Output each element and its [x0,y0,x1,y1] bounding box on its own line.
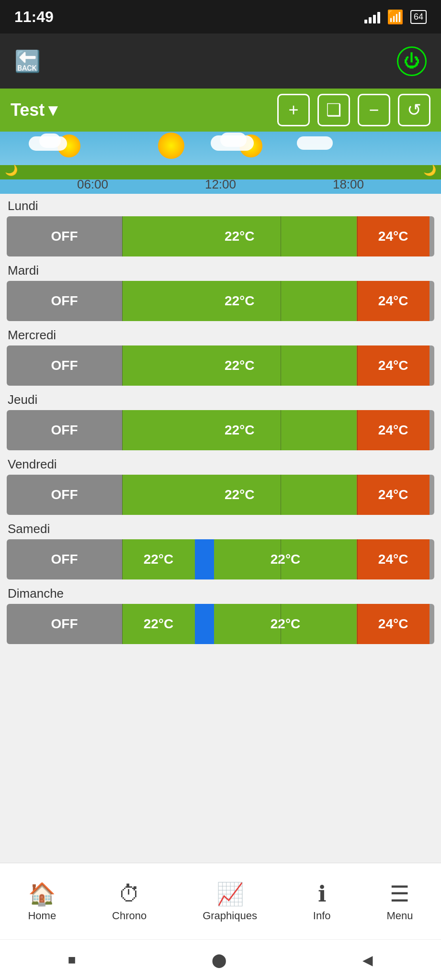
block-orange-vendredi[interactable]: 24°C [357,475,430,515]
block-green1-samedi[interactable]: 22°C [122,539,195,579]
day-blocks-samedi[interactable]: OFF 22°C 22°C 24°C [7,539,434,579]
block-orange-dimanche[interactable]: 24°C [357,604,430,644]
day-label-lundi: Lundi [7,199,434,213]
day-row-vendredi: Vendredi OFF 22°C 24°C [0,452,441,517]
day-label-vendredi: Vendredi [7,457,434,472]
copy-button[interactable]: ❑ [317,94,350,126]
android-circle-button[interactable]: ⬤ [212,952,226,968]
chrono-icon: ⏱ [118,881,140,907]
nav-item-info[interactable]: ℹ Info [305,876,339,927]
nav-label-info: Info [313,910,331,922]
day-row-mardi: Mardi OFF 22°C 24°C [0,258,441,323]
block-orange-jeudi[interactable]: 24°C [357,410,430,450]
signal-icon [364,10,380,23]
timeline-labels: 06:00 12:00 18:00 [0,177,441,192]
day-blocks-vendredi[interactable]: OFF 22°C 24°C [7,475,434,515]
timeline-header: 🌙 🌙 06:00 12:00 18:00 [0,132,441,194]
nav-item-menu[interactable]: ☰ Menu [378,876,421,927]
android-square-button[interactable]: ■ [68,952,76,968]
moon-left-icon: 🌙 [5,164,18,177]
block-tail-dimanche [430,604,434,644]
block-green-lundi[interactable]: 22°C [122,216,357,256]
block-green2-dimanche[interactable]: 22°C [214,604,357,644]
block-off-samedi[interactable]: OFF [7,539,122,579]
day-row-dimanche: Dimanche OFF 22°C 22°C 24°C [0,581,441,646]
block-green-mercredi[interactable]: 22°C [122,345,357,386]
status-time: 11:49 [14,8,54,26]
block-green-jeudi[interactable]: 22°C [122,410,357,450]
day-row-jeudi: Jeudi OFF 22°C 24°C [0,388,441,452]
day-row-mercredi: Mercredi OFF 22°C 24°C [0,323,441,388]
add-button[interactable]: + [277,94,310,126]
time-label-1: 06:00 [77,177,108,192]
nav-label-home: Home [28,910,56,922]
day-row-samedi: Samedi OFF 22°C 22°C 24°C [0,517,441,581]
nav-label-menu: Menu [386,910,413,922]
dropdown-icon: ▾ [48,100,57,120]
block-blue-samedi[interactable] [195,539,214,579]
day-blocks-jeudi[interactable]: OFF 22°C 24°C [7,410,434,450]
time-label-2: 12:00 [205,177,236,192]
nav-item-chrono[interactable]: ⏱ Chrono [103,876,155,927]
android-back-button[interactable]: ◀ [362,952,373,968]
block-tail-jeudi [430,410,434,450]
title-text: Test [11,100,45,120]
day-blocks-mercredi[interactable]: OFF 22°C 24°C [7,345,434,386]
block-tail-mardi [430,281,434,321]
sun-icon2 [158,133,184,159]
toolbar: Test ▾ + ❑ − ↺ [0,89,441,132]
day-label-dimanche: Dimanche [7,586,434,601]
day-blocks-lundi[interactable]: OFF 22°C 24°C [7,216,434,256]
day-label-jeudi: Jeudi [7,392,434,407]
bottom-nav: 🏠 Home ⏱ Chrono 📈 Graphiques ℹ Info ☰ Me… [0,863,441,939]
block-off-dimanche[interactable]: OFF [7,604,122,644]
power-button[interactable]: ⏻ [397,46,427,76]
block-tail-vendredi [430,475,434,515]
block-tail-mercredi [430,345,434,386]
battery-indicator: 64 [410,10,427,24]
power-icon: ⏻ [404,52,420,70]
android-nav-bar: ■ ⬤ ◀ [0,939,441,980]
moon-right-icon: 🌙 [423,164,436,177]
home-icon: 🏠 [28,881,56,907]
day-label-mercredi: Mercredi [7,328,434,343]
top-nav-bar: 🔙 ⏻ [0,33,441,89]
block-green2-samedi[interactable]: 22°C [214,539,357,579]
block-orange-mercredi[interactable]: 24°C [357,345,430,386]
block-tail-lundi [430,216,434,256]
block-green1-dimanche[interactable]: 22°C [122,604,195,644]
block-off-jeudi[interactable]: OFF [7,410,122,450]
block-orange-mardi[interactable]: 24°C [357,281,430,321]
schedule-content: Lundi OFF 22°C 24°C Mardi OFF 22°C 24°C … [0,194,441,766]
menu-icon: ☰ [390,881,409,907]
block-off-mercredi[interactable]: OFF [7,345,122,386]
nav-label-graphiques: Graphiques [203,910,257,922]
cloud3 [297,136,333,150]
time-label-3: 18:00 [333,177,364,192]
toolbar-title[interactable]: Test ▾ [11,100,270,120]
block-off-mardi[interactable]: OFF [7,281,122,321]
remove-button[interactable]: − [358,94,390,126]
day-label-samedi: Samedi [7,522,434,536]
block-green-mardi[interactable]: 22°C [122,281,357,321]
cloud2b [220,133,247,147]
day-blocks-dimanche[interactable]: OFF 22°C 22°C 24°C [7,604,434,644]
nav-label-chrono: Chrono [112,910,147,922]
block-orange-samedi[interactable]: 24°C [357,539,430,579]
block-off-lundi[interactable]: OFF [7,216,122,256]
day-blocks-mardi[interactable]: OFF 22°C 24°C [7,281,434,321]
cloud1b [39,134,61,148]
day-label-mardi: Mardi [7,263,434,278]
refresh-button[interactable]: ↺ [398,94,430,126]
block-orange-lundi[interactable]: 24°C [357,216,430,256]
nav-item-home[interactable]: 🏠 Home [19,876,65,927]
status-bar: 11:49 📶 64 [0,0,441,33]
block-green-vendredi[interactable]: 22°C [122,475,357,515]
back-button[interactable]: 🔙 [14,49,41,74]
nav-item-graphiques[interactable]: 📈 Graphiques [194,876,266,927]
graphiques-icon: 📈 [216,881,244,907]
wifi-icon: 📶 [387,9,404,25]
status-icons: 📶 64 [364,9,427,25]
block-blue-dimanche[interactable] [195,604,214,644]
block-off-vendredi[interactable]: OFF [7,475,122,515]
